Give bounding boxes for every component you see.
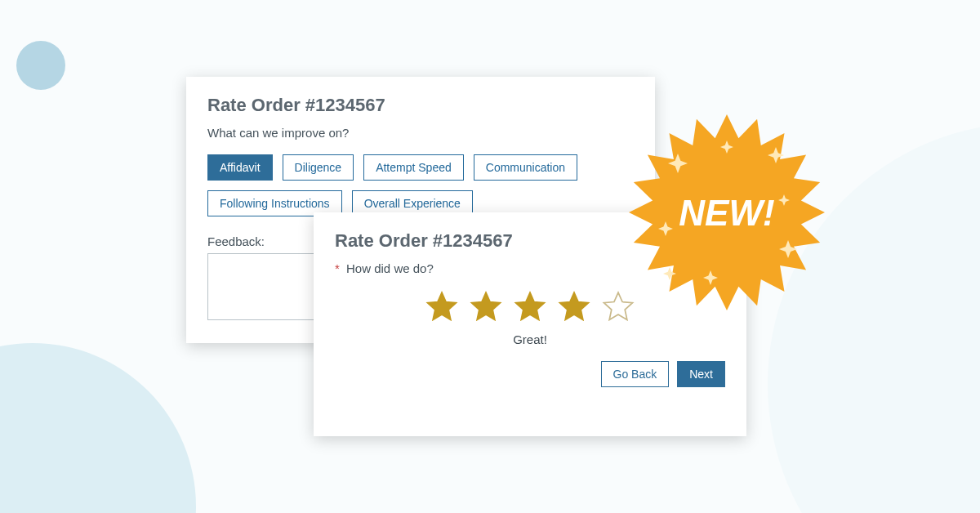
background-circle-large xyxy=(768,123,980,513)
star-3-filled[interactable] xyxy=(513,290,547,324)
sparkle-icon xyxy=(720,141,733,154)
sparkle-icon xyxy=(779,240,797,258)
star-2-filled[interactable] xyxy=(469,290,503,324)
rating-card-question: * How did we do? xyxy=(335,261,725,275)
chip-attempt-speed[interactable]: Attempt Speed xyxy=(363,154,464,181)
rating-button-row: Go Back Next xyxy=(335,361,725,387)
background-circle-small xyxy=(16,41,65,90)
sparkle-icon xyxy=(668,154,688,173)
go-back-button[interactable]: Go Back xyxy=(601,361,670,387)
star-5-empty[interactable] xyxy=(601,290,635,324)
improve-card-subtitle: What can we improve on? xyxy=(207,126,634,140)
star-4-filled[interactable] xyxy=(557,290,591,324)
rating-question-text: How did we do? xyxy=(346,261,434,275)
rating-card-title: Rate Order #1234567 xyxy=(335,230,725,252)
chip-diligence[interactable]: Diligence xyxy=(283,154,354,181)
chip-communication[interactable]: Communication xyxy=(474,154,577,181)
required-asterisk: * xyxy=(335,261,340,275)
improve-chip-row: AffidavitDiligenceAttempt SpeedCommunica… xyxy=(207,154,634,216)
feedback-textarea[interactable] xyxy=(207,253,323,320)
chip-affidavit[interactable]: Affidavit xyxy=(207,154,273,181)
background-circle-medium xyxy=(0,343,196,513)
rating-card: Rate Order #1234567 * How did we do? Gre… xyxy=(314,212,746,436)
sparkle-icon xyxy=(768,147,784,163)
next-button[interactable]: Next xyxy=(677,361,725,387)
improve-card-title: Rate Order #1234567 xyxy=(207,95,634,116)
star-1-filled[interactable] xyxy=(425,290,459,324)
rating-text: Great! xyxy=(335,332,725,346)
sparkle-icon xyxy=(778,194,790,206)
star-row xyxy=(335,290,725,324)
